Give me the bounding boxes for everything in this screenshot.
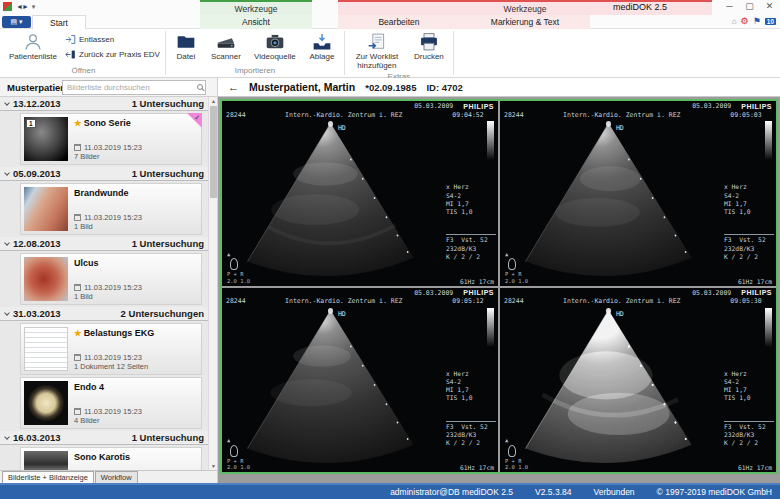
ribbon-separator: [453, 31, 454, 75]
us-freq-depth: 61Hz 17cm: [460, 464, 494, 471]
exam-count: 1 Dokument 12 Seiten: [74, 362, 198, 371]
home-icon[interactable]: ⌂: [732, 17, 737, 26]
us-institution: Intern.-Kardio. Zentrum i. REZ: [524, 297, 720, 305]
probe-position-marker: ▲P + R2.0 1.0: [505, 251, 528, 285]
button-label: Scanner: [211, 53, 241, 62]
patient-name: Musterpatient, Martin: [249, 81, 355, 93]
exam-thumbnail: [24, 451, 68, 470]
exam-card-sono-serie[interactable]: 1 ★Sono Serie 11.03.2019 15:23 7 Bilder …: [20, 113, 202, 165]
file-folder-icon: [176, 32, 196, 52]
chevron-down-icon: [4, 100, 10, 106]
sidebar-scrollbar[interactable]: ▲ ▼: [208, 97, 217, 470]
button-label: Ablage: [309, 53, 334, 62]
patient-header-bar: ← Musterpatient, Martin *02.09.1985 ID: …: [218, 78, 780, 97]
date-group-header[interactable]: 16.03.2013 1 Untersuchung: [0, 431, 208, 445]
button-label: Drucken: [414, 53, 444, 62]
zur-worklist-button[interactable]: Zur Worklist hinzufügen: [347, 31, 407, 72]
contextual-group-ansicht: Werkzeuge: [200, 0, 312, 15]
datei-button[interactable]: Datei: [168, 31, 204, 63]
ultrasound-quadrant-3[interactable]: 05.03.2009PHILIPS 28244Intern.-Kardio. Z…: [222, 288, 498, 473]
calendar-icon: [74, 144, 81, 151]
gear-icon[interactable]: ⚙: [741, 16, 749, 26]
ablage-button[interactable]: Ablage: [302, 31, 342, 63]
printer-icon: [419, 32, 439, 52]
quick-access-dropdown-icon[interactable]: ▾: [32, 3, 36, 11]
grayscale-bar: [487, 121, 494, 161]
content-area: Musterpatient, Martin 13.12.2013 1 Unter…: [0, 78, 780, 483]
us-station-id: 28244: [226, 111, 246, 119]
ribbon: Patientenliste Entlassen Zurück zur Prax…: [0, 29, 780, 78]
tab-workflow[interactable]: Workflow: [95, 471, 138, 483]
chevron-down-icon: [4, 170, 10, 176]
scroll-down-arrow[interactable]: ▼: [210, 463, 217, 469]
ultrasound-quadrant-2[interactable]: 05.03.2009PHILIPS 28244Intern.-Kardio. Z…: [500, 101, 776, 286]
zurueck-praxis-edv-button[interactable]: Zurück zur Praxis EDV: [62, 48, 163, 61]
us-institution: Intern.-Kardio. Zentrum i. REZ: [246, 111, 442, 119]
scanner-button[interactable]: Scanner: [204, 31, 248, 63]
exam-card-endo-4[interactable]: Endo 4 11.03.2019 15:23 4 Bilder: [20, 377, 202, 429]
date-group-header[interactable]: 13.12.2013 1 Untersuchung: [0, 97, 208, 111]
hd-label: HD: [616, 310, 624, 318]
sidebar-patient-name: Musterpatient, Martin: [7, 82, 63, 93]
grayscale-bar: [487, 308, 494, 348]
main-panel: ← Musterpatient, Martin *02.09.1985 ID: …: [218, 78, 780, 483]
scrollbar-thumb[interactable]: [210, 106, 217, 198]
scroll-up-arrow[interactable]: ▲: [210, 98, 217, 104]
ribbon-separator: [344, 31, 345, 75]
application-menu-button[interactable]: ▤▾: [2, 16, 31, 28]
tab-bilderliste-bildanzeige[interactable]: Bilderliste + Bildanzeige: [2, 471, 94, 483]
worklist-add-icon: [367, 32, 387, 52]
group-date: 31.03.2013: [13, 308, 61, 319]
probe-position-marker: ▲P + R2.0 1.0: [227, 251, 250, 285]
tab-ansicht[interactable]: Ansicht: [200, 15, 312, 29]
us-station-id: 28244: [226, 297, 246, 305]
back-arrow-icon[interactable]: ←: [228, 81, 239, 93]
tab-bearbeiten[interactable]: Bearbeiten: [338, 15, 460, 29]
exam-datetime: 11.03.2019 15:23: [84, 213, 142, 222]
exam-count: 7 Bilder: [74, 152, 198, 161]
maximize-button[interactable]: ▢: [743, 1, 756, 11]
us-station-id: 28244: [504, 297, 524, 305]
exam-card-brandwunde[interactable]: Brandwunde 11.03.2019 15:23 1 Bild: [20, 183, 202, 235]
tab-markierung-text[interactable]: Markierung & Text: [460, 15, 590, 29]
search-input[interactable]: [62, 80, 206, 95]
scanner-icon: [216, 32, 236, 52]
medidok-icon: ◄►: [16, 3, 28, 10]
tab-start[interactable]: Start: [32, 15, 86, 29]
viewer-background: 05.03.2009PHILIPS 28244Intern.-Kardio. Z…: [218, 97, 780, 483]
contextual-group-label: Werkzeuge: [235, 4, 278, 14]
close-button[interactable]: ✕: [763, 1, 776, 11]
date-group-header[interactable]: 05.09.2013 1 Untersuchung: [0, 167, 208, 181]
minimize-button[interactable]: ─: [723, 1, 736, 11]
status-connection: Verbunden: [593, 487, 634, 497]
group-date: 05.09.2013: [13, 168, 61, 179]
patientenliste-button[interactable]: Patientenliste: [4, 31, 62, 63]
exam-title: Ulcus: [74, 258, 99, 268]
group-label-oeffnen: Öffnen: [4, 66, 163, 77]
chevron-down-icon: [4, 310, 10, 316]
ultrasound-quadrant-1[interactable]: 05.03.2009PHILIPS 28244Intern.-Kardio. Z…: [222, 101, 498, 286]
exam-card-sono-karotis[interactable]: Sono Karotis 11.03.2019 15:23: [20, 447, 202, 470]
entlassen-button[interactable]: Entlassen: [62, 33, 163, 46]
exam-datetime: 11.03.2019 15:23: [84, 143, 142, 152]
us-tech-parameters: x HerzS4-2MI 1,7TIS 1,0 F3 Vst. 52232dB/…: [724, 167, 774, 277]
thumbnail-number-badge: 1: [26, 119, 36, 128]
us-tech-parameters: x HerzS4-2MI 1,7TIS 1,0 F3 Vst. 52232dB/…: [446, 354, 496, 464]
drucken-button[interactable]: Drucken: [407, 31, 451, 63]
date-group-header[interactable]: 31.03.2013 2 Untersuchungen: [0, 307, 208, 321]
button-label: Entlassen: [79, 35, 114, 44]
calendar-icon: [74, 408, 81, 415]
us-date: 05.03.2009: [414, 289, 453, 297]
chevron-down-icon: [4, 240, 10, 246]
exam-card-ulcus[interactable]: Ulcus 11.03.2019 15:23 1 Bild: [20, 253, 202, 305]
ultrasound-quadrant-4[interactable]: 05.03.2009PHILIPS 28244Intern.-Kardio. Z…: [500, 288, 776, 473]
flag-icon[interactable]: ⚑: [753, 16, 761, 26]
videoquelle-button[interactable]: Videoquelle: [248, 31, 302, 63]
exam-card-belastungs-ekg[interactable]: ★Belastungs EKG 11.03.2019 15:23 1 Dokum…: [20, 323, 202, 375]
exam-count: 4 Bilder: [74, 416, 198, 425]
selected-image-viewer[interactable]: 05.03.2009PHILIPS 28244Intern.-Kardio. Z…: [220, 99, 778, 474]
us-institution: Intern.-Kardio. Zentrum i. REZ: [524, 111, 720, 119]
group-label-importieren: Importieren: [168, 66, 342, 77]
system-tray-icons: ⌂ ⚙ ⚑ 10: [732, 16, 776, 26]
date-group-header[interactable]: 12.08.2013 1 Untersuchung: [0, 237, 208, 251]
